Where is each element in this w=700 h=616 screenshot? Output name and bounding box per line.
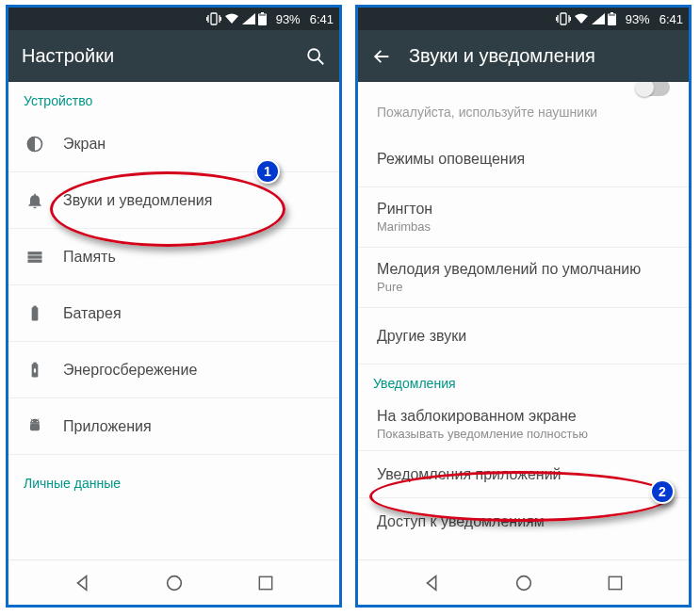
svg-rect-0: [211, 13, 217, 24]
item-power-saving[interactable]: Энергосбережение: [8, 342, 339, 398]
svg-rect-11: [33, 305, 36, 308]
status-bar: 93% 6:41: [8, 8, 339, 30]
svg-point-19: [168, 575, 182, 590]
clock-text: 6:41: [310, 12, 334, 26]
item-label: Энергосбережение: [63, 362, 324, 379]
svg-rect-9: [28, 259, 42, 262]
settings-list: Устройство Экран Звуки и уведомления Пам…: [8, 82, 339, 559]
svg-rect-14: [30, 423, 40, 430]
item-clipped-top: [358, 82, 689, 97]
svg-rect-20: [259, 576, 271, 589]
status-icons: [206, 12, 267, 25]
battery-icon: [258, 12, 267, 25]
item-alert-modes[interactable]: Режимы оповещения: [358, 131, 689, 187]
nav-home-icon[interactable]: [513, 573, 534, 593]
android-icon: [25, 417, 63, 436]
toggle-switch[interactable]: [636, 82, 670, 96]
toolbar: Настройки: [8, 30, 339, 82]
svg-rect-13: [33, 362, 36, 365]
display-icon: [25, 135, 63, 154]
svg-line-17: [31, 418, 33, 420]
clock-text: 6:41: [659, 12, 683, 26]
item-label: Уведомления приложений: [377, 466, 674, 483]
item-app-notifications[interactable]: Уведомления приложений: [358, 451, 689, 498]
nav-home-icon[interactable]: [164, 573, 185, 593]
svg-point-16: [37, 420, 38, 421]
annotation-badge-2: 2: [650, 479, 675, 504]
svg-rect-10: [32, 307, 39, 320]
item-notification-access[interactable]: Доступ к уведомлениям: [358, 498, 689, 545]
item-label: Рингтон: [377, 201, 674, 218]
status-icons: [556, 12, 616, 25]
nav-recent-icon[interactable]: [256, 574, 275, 592]
svg-line-5: [318, 58, 324, 64]
item-display[interactable]: Экран: [8, 116, 339, 172]
item-apps[interactable]: Приложения: [8, 398, 339, 455]
item-label: Приложения: [63, 418, 324, 435]
item-label: На заблокированном экране: [377, 408, 674, 425]
section-device: Устройство: [8, 82, 339, 116]
signal-icon: [592, 13, 605, 24]
page-title: Звуки и уведомления: [409, 45, 676, 67]
item-label: Батарея: [63, 305, 324, 322]
item-other-sounds[interactable]: Другие звуки: [358, 308, 689, 365]
item-label: Память: [63, 249, 324, 266]
item-storage[interactable]: Память: [8, 229, 339, 285]
battery-icon: [608, 12, 616, 25]
battery-text: 93%: [276, 12, 301, 26]
section-notifications: Уведомления: [358, 365, 689, 398]
item-label: Экран: [63, 136, 324, 153]
vibrate-icon: [206, 12, 221, 25]
svg-point-4: [308, 49, 319, 60]
item-ringtone[interactable]: Рингтон Marimbas: [358, 187, 689, 248]
nav-recent-icon[interactable]: [606, 574, 625, 592]
item-label: Доступ к уведомлениям: [377, 513, 674, 530]
svg-rect-7: [28, 251, 42, 254]
phone-settings: 93% 6:41 Настройки Устройство Экран Звук…: [6, 5, 342, 608]
item-label: Звуки и уведомления: [63, 192, 324, 209]
svg-rect-23: [610, 12, 613, 14]
storage-icon: [25, 248, 63, 267]
item-subtitle: Показывать уведомление полностью: [377, 427, 674, 441]
leaf-battery-icon: [25, 361, 63, 380]
item-label: Мелодия уведомлений по умолчанию: [377, 261, 674, 278]
wifi-icon: [574, 13, 589, 24]
svg-rect-26: [609, 576, 621, 589]
item-label: Другие звуки: [377, 328, 674, 345]
bell-icon: [25, 191, 63, 210]
item-sound-notifications[interactable]: Звуки и уведомления: [8, 172, 339, 229]
navigation-bar: [358, 559, 689, 605]
navigation-bar: [8, 559, 339, 605]
item-subtitle: Marimbas: [377, 219, 674, 234]
toolbar: Звуки и уведомления: [358, 30, 689, 82]
headphones-hint: Пожалуйста, используйте наушники: [358, 97, 689, 131]
item-battery[interactable]: Батарея: [8, 285, 339, 342]
annotation-badge-1: 1: [255, 159, 280, 184]
svg-rect-2: [261, 12, 264, 14]
search-icon[interactable]: [305, 46, 326, 67]
svg-rect-3: [259, 15, 266, 16]
svg-point-25: [517, 575, 531, 590]
wifi-icon: [224, 13, 239, 24]
page-title: Настройки: [22, 45, 288, 67]
phone-sound-settings: 93% 6:41 Звуки и уведомления Пожалуйста,…: [355, 5, 692, 608]
back-arrow-icon[interactable]: [371, 46, 392, 67]
sound-settings-list: Пожалуйста, используйте наушники Режимы …: [358, 82, 689, 559]
nav-back-icon[interactable]: [73, 573, 93, 593]
status-bar: 93% 6:41: [358, 8, 689, 30]
item-lockscreen-notifications[interactable]: На заблокированном экране Показывать уве…: [358, 398, 689, 451]
vibrate-icon: [556, 12, 571, 25]
svg-rect-8: [28, 255, 42, 258]
signal-icon: [242, 13, 255, 24]
item-default-notification-sound[interactable]: Мелодия уведомлений по умолчанию Pure: [358, 248, 689, 308]
nav-back-icon[interactable]: [422, 573, 443, 593]
item-label: Режимы оповещения: [377, 151, 674, 168]
svg-rect-21: [561, 13, 566, 24]
section-personal: Личные данные: [8, 464, 339, 498]
battery-text: 93%: [626, 12, 650, 26]
svg-rect-24: [609, 15, 615, 16]
svg-line-18: [38, 418, 40, 420]
item-subtitle: Pure: [377, 280, 674, 294]
svg-point-15: [32, 420, 33, 421]
battery-item-icon: [25, 304, 63, 323]
